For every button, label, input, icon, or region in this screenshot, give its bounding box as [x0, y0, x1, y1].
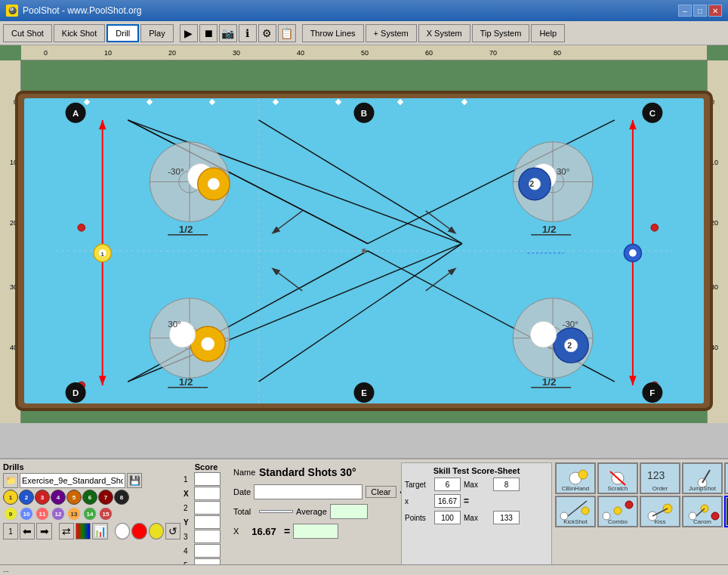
close-button[interactable]: ✕	[708, 5, 722, 17]
exercise-input[interactable]	[20, 473, 125, 488]
ball-8[interactable]: 8	[114, 490, 129, 505]
ball-15[interactable]: 15	[98, 506, 113, 521]
svg-text:2: 2	[529, 179, 534, 188]
score-num-4: 4	[184, 547, 193, 555]
max-input[interactable]	[493, 478, 520, 491]
points-input[interactable]	[434, 511, 461, 524]
yellow-ball[interactable]	[149, 523, 164, 539]
stop-icon-button[interactable]: ⏹	[199, 24, 217, 42]
status-text: ...	[3, 566, 9, 573]
svg-line-12	[426, 211, 455, 233]
total-label: Total	[233, 507, 256, 516]
drills-section: Drills 📁 💾 1 2 3 4 5 6 7 8 9 10 11 12 13…	[3, 462, 180, 572]
score-label: Score	[184, 462, 229, 471]
ball-2[interactable]: 2	[19, 490, 34, 505]
score-input-1[interactable]	[194, 472, 221, 486]
score-x-input[interactable]	[194, 487, 221, 500]
ruler-mark-40: 40	[297, 49, 304, 57]
thumb-cbinhand[interactable]: CBinHand	[555, 462, 596, 494]
thumb-jumpshot[interactable]: JumpShot	[682, 462, 723, 494]
ball-6[interactable]: 6	[82, 490, 97, 505]
white-ball[interactable]	[115, 523, 130, 539]
ball-1[interactable]: 1	[3, 490, 18, 505]
ball-10[interactable]: 10	[19, 506, 34, 521]
x-val-label: x	[405, 497, 431, 505]
camera-icon-button[interactable]: 📷	[219, 24, 237, 42]
maximize-button[interactable]: □	[693, 5, 707, 17]
table-frame: 1/2 -30° 2 30° 1/2	[15, 91, 713, 411]
score-input-3[interactable]	[194, 530, 221, 543]
thumb-kiss[interactable]: Kiss	[640, 496, 680, 527]
minimize-button[interactable]: –	[678, 5, 692, 17]
clear-button[interactable]: Clear	[366, 486, 396, 498]
plus-system-button[interactable]: + System	[366, 24, 417, 42]
thumb-order[interactable]: 123 Order	[640, 462, 680, 494]
thumb-kickshot[interactable]: KickShot	[555, 496, 596, 527]
ball-5[interactable]: 5	[66, 490, 82, 505]
ball-9[interactable]: 9	[3, 506, 18, 521]
points-max-label: Max	[464, 514, 490, 522]
thumb-carom[interactable]: Carom	[682, 496, 723, 527]
num-1-button[interactable]: 1	[3, 523, 18, 539]
ball-12[interactable]: 12	[51, 506, 66, 521]
cut-shot-button[interactable]: Cut Shot	[3, 24, 52, 42]
play-button[interactable]: Play	[140, 24, 173, 42]
ball-13[interactable]: 13	[66, 506, 82, 521]
chart-button[interactable]: 📊	[92, 523, 107, 539]
ruler-top: 0 10 20 30 40 50 60 70 80	[21, 45, 707, 60]
score-input-2[interactable]	[194, 501, 221, 515]
thumb-combo[interactable]: Combo	[597, 496, 638, 527]
svg-marker-18	[99, 120, 106, 130]
points-max-input[interactable]	[493, 511, 520, 524]
eq-sign: =	[464, 496, 469, 506]
svg-text:1/2: 1/2	[542, 224, 557, 235]
ball-row-2: 9 10 11 12 13 14 15	[3, 506, 180, 521]
score-section: Score 1 X 2 Y 3 4 5	[184, 462, 229, 572]
ball-14[interactable]: 14	[82, 506, 97, 521]
ball-11[interactable]: 11	[35, 506, 50, 521]
settings-icon-button[interactable]: ⚙	[258, 24, 276, 42]
bottom-panel: Drills 📁 💾 1 2 3 4 5 6 7 8 9 10 11 12 13…	[0, 458, 728, 575]
throw-lines-button[interactable]: Throw Lines	[302, 24, 364, 42]
svg-text:A: A	[72, 109, 79, 118]
svg-point-103	[614, 507, 622, 515]
drill-button[interactable]: Drill	[106, 24, 139, 42]
exchange-button[interactable]: ⇄	[59, 523, 74, 539]
forward-button[interactable]: ➡	[36, 523, 51, 539]
kick-shot-button[interactable]: Kick Shot	[54, 24, 105, 42]
status-bar: ...	[0, 564, 728, 575]
ball-3[interactable]: 3	[35, 490, 50, 505]
max-label: Max	[464, 481, 490, 489]
back-button[interactable]: ⬅	[20, 523, 35, 539]
help-button[interactable]: Help	[531, 24, 565, 42]
date-input[interactable]	[254, 484, 362, 499]
red-ball[interactable]	[131, 523, 147, 539]
score-y-input[interactable]	[194, 515, 221, 529]
folder-icon[interactable]: 📁	[3, 473, 18, 488]
result-input[interactable]	[293, 524, 338, 539]
ball-4[interactable]: 4	[51, 490, 66, 505]
table-felt[interactable]: 1/2 -30° 2 30° 1/2	[24, 98, 704, 403]
svg-line-11	[273, 211, 302, 233]
play-icon-button[interactable]: ▶	[180, 24, 198, 42]
target-input[interactable]	[434, 478, 461, 491]
score-input-4[interactable]	[194, 544, 221, 558]
thumb-hitrail[interactable]: HitRail	[724, 496, 728, 527]
ball-7[interactable]: 7	[98, 490, 113, 505]
save-drill-icon[interactable]: 💾	[127, 473, 142, 488]
tip-system-button[interactable]: Tip System	[472, 24, 530, 42]
thumb-bankshot[interactable]: BankShot	[724, 462, 728, 494]
avg-input[interactable]	[330, 504, 368, 519]
color-button[interactable]	[76, 523, 91, 539]
x-system-button[interactable]: X System	[418, 24, 470, 42]
info-icon-button[interactable]: ℹ	[239, 24, 257, 42]
svg-text:F: F	[649, 388, 655, 397]
thumbs-row-2: KickShot Combo Kiss Carom HitRail	[555, 496, 728, 527]
clipboard-icon-button[interactable]: 📋	[278, 24, 296, 42]
x-val-input[interactable]	[434, 494, 461, 508]
thumb-scratch[interactable]: Scratch	[597, 462, 638, 494]
svg-text:1: 1	[101, 251, 105, 258]
svg-line-13	[273, 269, 302, 291]
rotate-button[interactable]: ↺	[165, 523, 180, 539]
score-y-label: Y	[184, 518, 193, 527]
